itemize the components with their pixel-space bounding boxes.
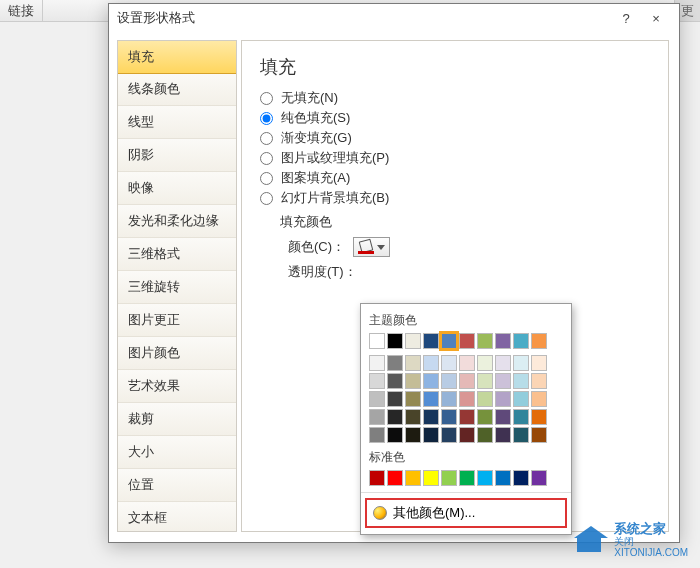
color-swatch[interactable] bbox=[441, 427, 457, 443]
color-swatch[interactable] bbox=[477, 391, 493, 407]
color-swatch[interactable] bbox=[387, 427, 403, 443]
sidebar-item[interactable]: 线条颜色 bbox=[118, 73, 236, 106]
color-swatch[interactable] bbox=[459, 427, 475, 443]
color-swatch[interactable] bbox=[387, 373, 403, 389]
sidebar-item[interactable]: 阴影 bbox=[118, 139, 236, 172]
sidebar-item[interactable]: 图片更正 bbox=[118, 304, 236, 337]
radio-gradient-fill[interactable]: 渐变填充(G) bbox=[260, 129, 650, 147]
color-swatch[interactable] bbox=[495, 373, 511, 389]
more-colors-button[interactable]: 其他颜色(M)... bbox=[365, 498, 567, 528]
color-swatch[interactable] bbox=[369, 470, 385, 486]
sidebar-item[interactable]: 大小 bbox=[118, 436, 236, 469]
transparency-label: 透明度(T)： bbox=[288, 263, 357, 281]
radio-no-fill[interactable]: 无填充(N) bbox=[260, 89, 650, 107]
color-swatch[interactable] bbox=[405, 355, 421, 371]
color-swatch[interactable] bbox=[423, 355, 439, 371]
sidebar-item[interactable]: 三维旋转 bbox=[118, 271, 236, 304]
color-swatch[interactable] bbox=[441, 333, 457, 349]
color-swatch[interactable] bbox=[441, 391, 457, 407]
color-swatch[interactable] bbox=[477, 409, 493, 425]
radio-pattern-fill[interactable]: 图案填充(A) bbox=[260, 169, 650, 187]
color-swatch[interactable] bbox=[441, 373, 457, 389]
color-swatch[interactable] bbox=[495, 391, 511, 407]
color-swatch[interactable] bbox=[477, 470, 493, 486]
color-swatch[interactable] bbox=[387, 409, 403, 425]
color-swatch[interactable] bbox=[387, 391, 403, 407]
color-swatch[interactable] bbox=[513, 409, 529, 425]
color-swatch[interactable] bbox=[387, 470, 403, 486]
radio-solid-fill[interactable]: 纯色填充(S) bbox=[260, 109, 650, 127]
sidebar-item[interactable]: 三维格式 bbox=[118, 238, 236, 271]
color-swatch[interactable] bbox=[423, 470, 439, 486]
color-swatch[interactable] bbox=[513, 355, 529, 371]
watermark-title: 系统之家 bbox=[614, 522, 688, 536]
color-swatch[interactable] bbox=[441, 470, 457, 486]
radio-picture-fill[interactable]: 图片或纹理填充(P) bbox=[260, 149, 650, 167]
radio-slidebg-fill[interactable]: 幻灯片背景填充(B) bbox=[260, 189, 650, 207]
color-swatch[interactable] bbox=[459, 373, 475, 389]
color-swatch[interactable] bbox=[513, 470, 529, 486]
color-swatch[interactable] bbox=[477, 355, 493, 371]
sidebar-item[interactable]: 位置 bbox=[118, 469, 236, 502]
color-swatch[interactable] bbox=[513, 333, 529, 349]
color-swatch[interactable] bbox=[405, 427, 421, 443]
color-swatch[interactable] bbox=[405, 391, 421, 407]
color-swatch[interactable] bbox=[531, 409, 547, 425]
color-swatch[interactable] bbox=[405, 409, 421, 425]
sidebar-item[interactable]: 发光和柔化边缘 bbox=[118, 205, 236, 238]
color-swatch[interactable] bbox=[531, 355, 547, 371]
color-swatch[interactable] bbox=[495, 355, 511, 371]
sidebar-item[interactable]: 图片颜色 bbox=[118, 337, 236, 370]
color-swatch[interactable] bbox=[513, 373, 529, 389]
color-swatch[interactable] bbox=[405, 470, 421, 486]
sidebar-item[interactable]: 映像 bbox=[118, 172, 236, 205]
close-button[interactable]: × bbox=[641, 11, 671, 26]
color-picker-button[interactable] bbox=[353, 237, 390, 257]
color-swatch[interactable] bbox=[459, 470, 475, 486]
color-swatch[interactable] bbox=[531, 391, 547, 407]
sidebar-item[interactable]: 文本框 bbox=[118, 502, 236, 532]
color-swatch[interactable] bbox=[459, 391, 475, 407]
color-swatch[interactable] bbox=[369, 373, 385, 389]
color-swatch[interactable] bbox=[387, 333, 403, 349]
color-swatch[interactable] bbox=[423, 373, 439, 389]
sidebar-item[interactable]: 线型 bbox=[118, 106, 236, 139]
sidebar-item[interactable]: 裁剪 bbox=[118, 403, 236, 436]
color-swatch[interactable] bbox=[531, 373, 547, 389]
color-swatch[interactable] bbox=[459, 355, 475, 371]
color-swatch[interactable] bbox=[441, 409, 457, 425]
sidebar-item[interactable]: 艺术效果 bbox=[118, 370, 236, 403]
color-swatch[interactable] bbox=[477, 373, 493, 389]
color-swatch[interactable] bbox=[405, 333, 421, 349]
color-swatch[interactable] bbox=[495, 470, 511, 486]
theme-colors-row bbox=[369, 333, 563, 349]
color-swatch[interactable] bbox=[387, 355, 403, 371]
color-swatch[interactable] bbox=[369, 427, 385, 443]
color-swatch[interactable] bbox=[405, 373, 421, 389]
topbar-link[interactable]: 链接 bbox=[0, 0, 43, 21]
color-swatch[interactable] bbox=[369, 409, 385, 425]
color-swatch[interactable] bbox=[459, 333, 475, 349]
color-swatch[interactable] bbox=[423, 391, 439, 407]
color-swatch[interactable] bbox=[513, 427, 529, 443]
color-swatch[interactable] bbox=[369, 333, 385, 349]
color-swatch[interactable] bbox=[423, 333, 439, 349]
color-swatch[interactable] bbox=[513, 391, 529, 407]
color-swatch[interactable] bbox=[495, 427, 511, 443]
color-swatch[interactable] bbox=[531, 470, 547, 486]
color-swatch[interactable] bbox=[441, 355, 457, 371]
color-swatch[interactable] bbox=[423, 427, 439, 443]
color-swatch[interactable] bbox=[369, 355, 385, 371]
sidebar-item[interactable]: 填充 bbox=[117, 40, 237, 74]
standard-colors-label: 标准色 bbox=[369, 449, 563, 466]
color-swatch[interactable] bbox=[477, 333, 493, 349]
color-swatch[interactable] bbox=[369, 391, 385, 407]
color-swatch[interactable] bbox=[495, 409, 511, 425]
color-swatch[interactable] bbox=[531, 333, 547, 349]
color-swatch[interactable] bbox=[459, 409, 475, 425]
color-swatch[interactable] bbox=[495, 333, 511, 349]
help-button[interactable]: ? bbox=[611, 11, 641, 26]
color-swatch[interactable] bbox=[477, 427, 493, 443]
color-swatch[interactable] bbox=[423, 409, 439, 425]
color-swatch[interactable] bbox=[531, 427, 547, 443]
